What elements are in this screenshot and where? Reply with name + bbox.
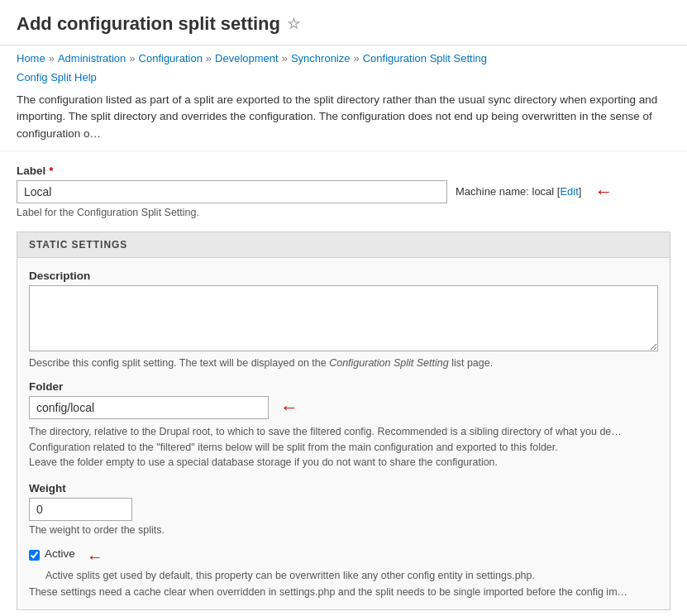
description-field-group: Description Describe this config split s… <box>29 270 658 369</box>
folder-help-line1: The directory, relative to the Drupal ro… <box>29 424 658 440</box>
weight-input[interactable] <box>29 498 132 521</box>
label-field-label: Label * <box>17 165 670 177</box>
breadcrumb-configuration[interactable]: Configuration <box>139 52 203 64</box>
breadcrumb-development[interactable]: Development <box>215 52 279 64</box>
weight-help: The weight to order the splits. <box>29 524 658 536</box>
static-settings-body: Description Describe this config split s… <box>17 258 670 609</box>
breadcrumb-administration[interactable]: Administration <box>58 52 126 64</box>
static-settings-box: STATIC SETTINGS Description Describe thi… <box>17 232 670 610</box>
machine-name-prefix: Machine name: local [ <box>456 185 560 198</box>
label-input[interactable] <box>17 180 447 203</box>
folder-input-row: ← <box>29 396 658 419</box>
info-text: The configuration listed as part of a sp… <box>0 84 687 151</box>
active-checkbox[interactable] <box>29 550 40 561</box>
folder-help-line2: Configuration related to the "filtered" … <box>29 440 658 456</box>
active-label[interactable]: Active <box>45 547 75 560</box>
cache-note: These settings need a cache clear when o… <box>29 586 658 598</box>
description-help: Describe this config split setting. The … <box>29 357 658 369</box>
help-link-area: Config Split Help <box>0 68 687 84</box>
breadcrumb-sep-3: » <box>206 52 212 64</box>
active-arrow-icon: ← <box>87 547 103 566</box>
breadcrumb-sep-1: » <box>49 52 55 64</box>
breadcrumb-sep-2: » <box>129 52 135 64</box>
active-field-group: Active ← Active splits get used by defau… <box>29 547 658 598</box>
breadcrumb-sep-4: » <box>282 52 288 64</box>
breadcrumb-sep-5: » <box>353 52 359 64</box>
description-label: Description <box>29 270 658 282</box>
folder-help-line3: Leave the folder empty to use a special … <box>29 455 658 470</box>
folder-arrow-icon: ← <box>280 397 298 418</box>
folder-field-group: Folder ← The directory, relative to the … <box>29 380 658 470</box>
label-field-group: Label * Machine name: local [Edit] ← Lab… <box>17 165 670 218</box>
breadcrumb-synchronize[interactable]: Synchronize <box>291 52 351 64</box>
weight-label: Weight <box>29 482 658 494</box>
folder-input[interactable] <box>29 396 269 419</box>
required-indicator: * <box>49 165 53 177</box>
breadcrumb-config-split[interactable]: Configuration Split Setting <box>363 52 487 64</box>
machine-name-suffix: ] <box>579 185 582 198</box>
active-help: Active splits get used by default, this … <box>45 570 658 581</box>
breadcrumb-area: Home » Administration » Configuration » … <box>0 45 687 68</box>
main-content: Label * Machine name: local [Edit] ← Lab… <box>0 151 687 616</box>
page-title-text: Add configuration split setting <box>17 13 280 35</box>
breadcrumb-home[interactable]: Home <box>17 52 45 64</box>
label-arrow-icon: ← <box>594 181 613 203</box>
active-row: Active ← <box>29 547 658 566</box>
desc-help-suffix: list page. <box>449 357 494 369</box>
desc-help-prefix: Describe this config split setting. The … <box>29 357 329 369</box>
weight-field-group: Weight The weight to order the splits. <box>29 482 658 536</box>
label-input-row: Machine name: local [Edit] ← <box>17 180 670 203</box>
folder-label: Folder <box>29 380 658 393</box>
label-text: Label <box>17 165 45 177</box>
favorite-icon[interactable]: ☆ <box>287 15 300 33</box>
page-title-bar: Add configuration split setting ☆ <box>0 0 687 45</box>
config-split-help-link[interactable]: Config Split Help <box>17 71 97 84</box>
breadcrumb: Home » Administration » Configuration » … <box>17 52 670 64</box>
desc-help-link: Configuration Split Setting <box>329 357 449 369</box>
static-settings-header: STATIC SETTINGS <box>17 232 670 258</box>
machine-name-text: Machine name: local [Edit] <box>456 185 581 198</box>
folder-help: The directory, relative to the Drupal ro… <box>29 424 658 470</box>
machine-name-edit-link[interactable]: Edit <box>560 185 578 198</box>
label-field-help: Label for the Configuration Split Settin… <box>17 207 670 218</box>
description-textarea[interactable] <box>29 285 658 351</box>
page-title: Add configuration split setting ☆ <box>17 13 670 35</box>
